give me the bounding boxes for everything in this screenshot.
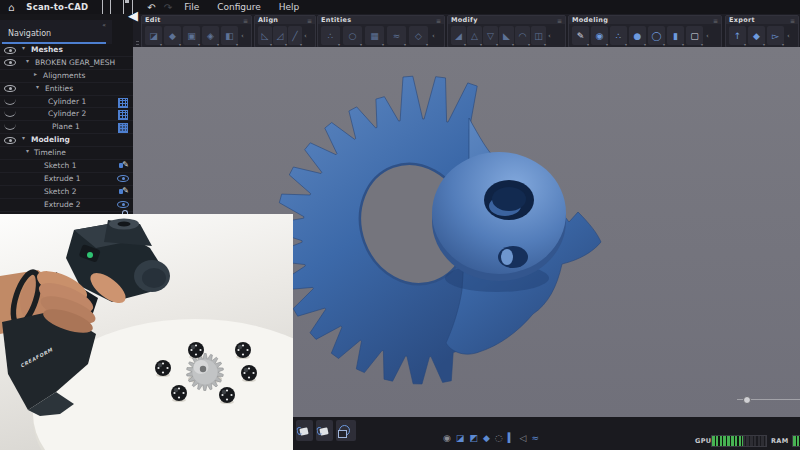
lock-tool-button[interactable]: [296, 420, 313, 441]
viewport-slider-knob[interactable]: [743, 396, 751, 404]
grid-entity-icon[interactable]: [118, 98, 128, 108]
entities-tool-icon[interactable]: ▦: [365, 26, 384, 45]
tree-item-modeling[interactable]: ▾ Modeling: [0, 134, 133, 147]
collapse-section-icon[interactable]: ‹: [786, 32, 791, 40]
visibility-hidden-eye-icon[interactable]: [4, 98, 16, 105]
edit-tool-icon[interactable]: ◈: [202, 26, 219, 45]
chevron-right-icon[interactable]: ▸: [34, 70, 37, 77]
edit-sketch-icon[interactable]: ✎: [122, 186, 129, 195]
spline-icon[interactable]: ≈: [532, 433, 540, 443]
collapse-section-icon[interactable]: ‹: [547, 32, 552, 40]
chevron-down-icon[interactable]: ▾: [26, 147, 29, 154]
chevron-down-icon[interactable]: ▾: [22, 134, 25, 141]
settings-gear-icon[interactable]: ◉: [443, 433, 451, 443]
modify-tool-icon[interactable]: ▽: [483, 26, 498, 45]
edit-tool-icon[interactable]: ◧: [221, 26, 238, 45]
modify-tool-icon[interactable]: ◣: [499, 26, 514, 45]
export-tool-icon[interactable]: ◆: [748, 26, 765, 45]
redo-icon[interactable]: ↷: [164, 0, 172, 14]
visibility-eye-icon[interactable]: [117, 201, 129, 208]
tree-item-cylinder-1[interactable]: Cylinder 1: [0, 96, 133, 109]
tree-item-extrude-1[interactable]: Extrude 1: [0, 173, 133, 186]
section-menu-icon[interactable]: ≡: [436, 17, 441, 24]
section-menu-icon[interactable]: ≡: [557, 17, 562, 24]
tree-item-label: BROKEN GEAR_MESH: [35, 58, 115, 67]
tree-item-label: Timeline: [34, 148, 66, 157]
ram-meter-fill: [793, 436, 800, 446]
visibility-eye-icon[interactable]: [117, 175, 129, 182]
modify-tool-icon[interactable]: ◠: [515, 26, 530, 45]
visibility-eye-icon[interactable]: [4, 47, 16, 54]
align-tool-icon[interactable]: ◿: [273, 26, 287, 45]
menu-configure[interactable]: Configure: [211, 2, 267, 12]
export-tool-icon[interactable]: ▻: [767, 26, 784, 45]
tree-item-sketch-2[interactable]: Sketch 2 ✎: [0, 186, 133, 199]
undo-icon[interactable]: ↶: [147, 0, 155, 14]
entities-tool-icon[interactable]: ≈: [387, 26, 406, 45]
lock-tool-button[interactable]: [316, 420, 333, 441]
export-tool-icon[interactable]: ↑: [729, 26, 746, 45]
grid-entity-icon[interactable]: [118, 123, 128, 133]
tree-item-label: Sketch 1: [44, 161, 76, 170]
mesh-display-icon[interactable]: ◪: [456, 433, 465, 443]
visibility-hidden-eye-icon[interactable]: [4, 110, 16, 117]
mesh-points-icon[interactable]: ◆: [483, 433, 490, 443]
edit-sketch-icon[interactable]: ✎: [122, 160, 129, 169]
entities-tool-icon[interactable]: ○: [343, 26, 362, 45]
tree-item-broken-gear-mesh[interactable]: ▾ BROKEN GEAR_MESH: [0, 57, 133, 70]
modeling-sketch-icon[interactable]: ✎: [572, 26, 589, 45]
tab-navigation[interactable]: Navigation «: [0, 20, 112, 44]
edit-tool-icon[interactable]: ▣: [183, 26, 200, 45]
visibility-eye-icon[interactable]: [4, 85, 16, 92]
collapse-section-icon[interactable]: ‹: [303, 32, 308, 40]
collapse-section-icon[interactable]: ‹: [431, 32, 436, 40]
section-menu-icon[interactable]: ≡: [713, 17, 718, 24]
menu-file[interactable]: File: [178, 2, 205, 12]
mesh-display-icon[interactable]: ◩: [469, 433, 478, 443]
chevron-down-icon[interactable]: ▾: [26, 57, 29, 64]
align-tool-icon[interactable]: ╱: [288, 26, 302, 45]
modeling-tool-icon[interactable]: ●: [629, 26, 646, 45]
new-document-icon[interactable]: [102, 0, 111, 15]
entities-tool-icon[interactable]: ◇: [409, 26, 428, 45]
collapse-section-icon[interactable]: ‹: [240, 32, 245, 40]
panel-collapse-icon[interactable]: ◀: [128, 8, 138, 23]
modeling-tool-icon[interactable]: ▮: [667, 26, 684, 45]
modeling-tool-icon[interactable]: ∴: [610, 26, 627, 45]
collapse-section-icon[interactable]: ‹: [705, 32, 710, 40]
entities-tool-icon[interactable]: ∴: [321, 26, 340, 45]
grid-entity-icon[interactable]: [118, 110, 128, 120]
gear-outline-icon[interactable]: ◌: [495, 433, 503, 443]
color-scale-icon[interactable]: ▍: [508, 433, 515, 443]
chevron-down-icon[interactable]: ▾: [22, 44, 25, 51]
tree-item-cylinder-2[interactable]: Cylinder 2: [0, 108, 133, 121]
cone-view-icon[interactable]: ◁: [520, 433, 527, 443]
tree-item-sketch-1[interactable]: Sketch 1 ✎: [0, 160, 133, 173]
visibility-eye-icon[interactable]: [4, 137, 16, 144]
tree-item-alignments[interactable]: ▸ Alignments: [0, 70, 133, 83]
tree-item-entities[interactable]: ▾ Entities: [0, 83, 133, 96]
section-menu-icon[interactable]: ≡: [307, 17, 312, 24]
modeling-tool-icon[interactable]: ▢: [686, 26, 703, 45]
menu-help[interactable]: Help: [273, 2, 306, 12]
modeling-tool-icon[interactable]: ◯: [648, 26, 665, 45]
tree-item-extrude-2[interactable]: Extrude 2: [0, 199, 133, 212]
modify-tool-icon[interactable]: △: [467, 26, 482, 45]
tree-item-meshes[interactable]: ▾ Meshes: [0, 44, 133, 57]
modify-tool-icon[interactable]: ◫: [531, 26, 546, 45]
tree-item-timeline[interactable]: ▾ Timeline: [0, 147, 133, 160]
visibility-eye-icon[interactable]: [4, 59, 16, 66]
tree-item-plane-1[interactable]: Plane 1: [0, 121, 133, 134]
shape-select-button[interactable]: [336, 420, 356, 441]
section-menu-icon[interactable]: ≡: [790, 17, 795, 24]
section-menu-icon[interactable]: ≡: [243, 17, 248, 24]
home-icon[interactable]: ⌂: [8, 0, 14, 14]
modify-tool-icon[interactable]: ◢: [451, 26, 466, 45]
pin-icon[interactable]: «: [102, 21, 106, 28]
align-tool-icon[interactable]: ◺: [258, 26, 272, 45]
edit-tool-icon[interactable]: ◪: [145, 26, 162, 45]
edit-tool-icon[interactable]: ◆: [164, 26, 181, 45]
modeling-tool-icon[interactable]: ◉: [591, 26, 608, 45]
chevron-down-icon[interactable]: ▾: [36, 83, 39, 90]
visibility-hidden-eye-icon[interactable]: [4, 123, 16, 130]
